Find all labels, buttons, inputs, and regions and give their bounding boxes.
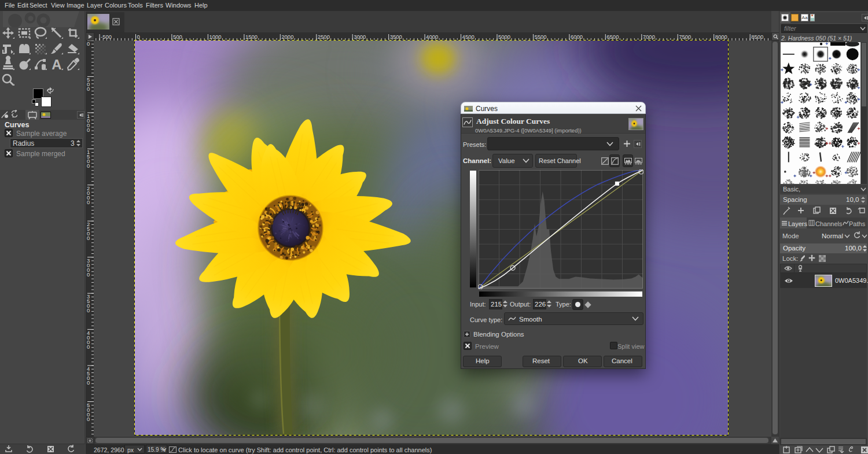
svg-text:0: 0 [87, 307, 90, 313]
svg-text:5000: 5000 [498, 34, 510, 40]
svg-text:2000: 2000 [281, 34, 293, 40]
svg-text:-500: -500 [101, 34, 112, 40]
svg-text:0: 0 [87, 235, 90, 241]
svg-text:0: 0 [87, 40, 90, 47]
svg-text:0: 0 [87, 271, 90, 278]
svg-text:A: A [52, 57, 61, 72]
svg-text:5500: 5500 [535, 34, 547, 40]
svg-text:2500: 2500 [318, 34, 330, 40]
svg-text:8500: 8500 [751, 34, 763, 40]
svg-text:6000: 6000 [571, 34, 583, 40]
svg-text:3500: 3500 [390, 34, 402, 40]
svg-text:7000: 7000 [643, 34, 655, 40]
svg-text:500: 500 [173, 34, 182, 40]
svg-text:1500: 1500 [245, 34, 258, 40]
svg-text:6500: 6500 [606, 34, 619, 40]
svg-text:7500: 7500 [679, 34, 691, 40]
svg-text:4500: 4500 [462, 34, 475, 40]
svg-text:0: 0 [137, 34, 140, 40]
svg-text:0: 0 [87, 199, 90, 205]
svg-text:0: 0 [87, 344, 90, 350]
svg-text:8000: 8000 [715, 34, 727, 40]
svg-text:0: 0 [87, 416, 90, 422]
svg-text:0: 0 [87, 379, 90, 386]
svg-text:0: 0 [87, 86, 90, 92]
svg-text:4000: 4000 [426, 34, 438, 40]
svg-text:0: 0 [87, 163, 90, 169]
svg-text:1000: 1000 [209, 34, 221, 40]
svg-text:0: 0 [87, 127, 90, 133]
svg-text:3000: 3000 [354, 34, 366, 40]
